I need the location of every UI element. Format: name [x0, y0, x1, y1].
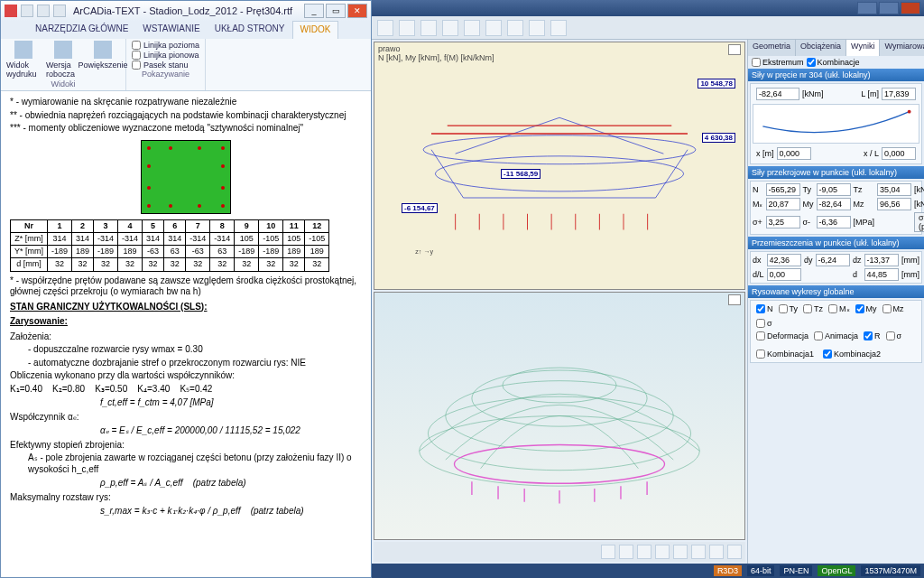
toolbar-icon[interactable]	[485, 20, 502, 36]
dz-label: dz	[853, 256, 862, 265]
viewport-2d[interactable]: prawo N [kN], My [kNm], f(M) [kN/kNm]	[374, 42, 745, 290]
cb-sg[interactable]: σ	[886, 331, 902, 340]
vp-control-icon[interactable]	[691, 545, 706, 559]
toolbar-icon[interactable]	[507, 20, 523, 36]
xm-input[interactable]	[777, 147, 811, 160]
text-editor-window: ArCADia-TEXT - Stadion_Lodz_2012 - Pręt3…	[0, 0, 372, 578]
app-icon	[5, 5, 17, 17]
viewports: prawo N [kN], My [kNm], f(M) [kN/kNm]	[372, 40, 747, 564]
d-input[interactable]	[864, 268, 899, 281]
quick-access-toolbar	[21, 5, 66, 17]
svg-text:z↑ →y: z↑ →y	[415, 248, 433, 256]
prop-tab[interactable]: Wymiarowanie	[880, 40, 924, 56]
Ty-input[interactable]	[817, 183, 851, 196]
help-icon[interactable]	[550, 20, 567, 36]
xL-input[interactable]	[882, 147, 916, 160]
draft-view-button[interactable]: Wersja robocza	[46, 41, 80, 79]
My-input[interactable]	[817, 198, 851, 210]
vp-control-icon[interactable]	[601, 545, 615, 559]
unit: [MPa]	[854, 218, 875, 227]
cracking-heading: Zarysowanie:	[10, 316, 362, 328]
toolbar-icon[interactable]	[399, 20, 415, 36]
close-button[interactable]	[901, 2, 920, 14]
ribbon-tab[interactable]: NARZĘDZIA GŁÓWNE	[28, 21, 135, 39]
close-button[interactable]: ✕	[347, 4, 367, 18]
status-mem: 1537M/3470M	[861, 565, 920, 576]
cb-komb2[interactable]: Kombinacja2	[823, 350, 881, 359]
moment-input[interactable]	[756, 88, 799, 100]
document-body[interactable]: * - wymiarowanie na skręcanie rozpatrywa…	[1, 91, 371, 577]
table-note: * - współrzędne prętów podawane są zawsz…	[10, 275, 362, 298]
mrs-label: Maksymalny rozstaw rys:	[10, 492, 362, 504]
cb-Ty[interactable]: Ty	[779, 304, 799, 313]
ribbon-tab[interactable]: WSTAWIANIE	[135, 21, 207, 39]
cb-Mx[interactable]: Mₓ	[828, 304, 850, 313]
wrench-icon[interactable]	[529, 20, 545, 36]
prop-tab[interactable]: Obciążenia	[796, 40, 846, 56]
hruler-checkbox[interactable]: Linijka pozioma	[132, 41, 199, 50]
ef-desc: Aₛ - pole zbrojenia zawarte w rozciągane…	[28, 452, 362, 475]
Tz-label: Tz	[854, 185, 875, 194]
qat-redo-icon[interactable]	[53, 5, 66, 17]
viewport-3d[interactable]	[374, 292, 745, 540]
toolbar-icon[interactable]	[377, 20, 393, 36]
print-view-button[interactable]: Widok wydruku	[6, 41, 41, 79]
statusbar-checkbox[interactable]: Pasek stanu	[132, 61, 199, 70]
formula: ρ_p,eff = Aₛ / A_c,eff (patrz tabela)	[100, 478, 362, 489]
ribbon-tab-active[interactable]: WIDOK	[292, 21, 339, 39]
vp-control-icon[interactable]	[619, 545, 633, 559]
coeff-label: Współczynnik αₑ:	[10, 412, 362, 424]
expand-icon[interactable]	[728, 44, 741, 55]
toolbar-icon[interactable]	[420, 20, 437, 36]
cb-N[interactable]: N	[756, 304, 773, 313]
vp-control-icon[interactable]	[655, 545, 670, 559]
dz-input[interactable]	[864, 254, 899, 266]
expand-icon[interactable]	[728, 294, 741, 305]
toolbar-icon[interactable]	[464, 20, 480, 36]
length-input[interactable]	[882, 88, 916, 100]
sg-button[interactable]: σ (p)	[914, 212, 924, 232]
prop-tab[interactable]: Geometria	[748, 40, 796, 56]
dx-input[interactable]	[767, 254, 801, 266]
cb-R[interactable]: R	[864, 331, 881, 340]
cb-komb1[interactable]: Kombinacja1	[756, 350, 814, 359]
filter-row: Ekstremum Kombinacje	[748, 56, 924, 69]
Tz-input[interactable]	[877, 183, 911, 196]
Mz-input[interactable]	[877, 198, 911, 210]
assumption: - automatyczne dozbrajanie stref o przek…	[28, 358, 362, 369]
prop-tab-active[interactable]: Wyniki	[846, 40, 880, 56]
svg-point-0	[423, 135, 696, 164]
cb-My[interactable]: My	[855, 304, 877, 313]
cb-Tz[interactable]: Tz	[803, 304, 823, 313]
zoom-button[interactable]: Powiększenie	[86, 41, 120, 79]
vruler-checkbox[interactable]: Linijka pionowa	[132, 51, 199, 60]
ribbon-tab[interactable]: UKŁAD STRONY	[208, 21, 292, 39]
toolbar-icon[interactable]	[442, 20, 458, 36]
cb-sigma[interactable]: σ	[756, 319, 772, 328]
window-buttons: _ ▭ ✕	[304, 4, 367, 18]
vp-control-icon[interactable]	[709, 545, 724, 559]
Mx-input[interactable]	[766, 198, 800, 210]
sm-label: σ-	[803, 218, 814, 227]
cb-def[interactable]: Deformacja	[756, 331, 808, 340]
restore-button[interactable]	[879, 2, 899, 14]
dy-input[interactable]	[816, 254, 850, 266]
qat-save-icon[interactable]	[21, 5, 33, 17]
extremum-checkbox[interactable]: Ekstremum	[752, 58, 804, 67]
sm-input[interactable]	[817, 216, 851, 228]
N-input[interactable]	[766, 183, 800, 196]
table-row: d [mm]323232323232323232323232	[11, 258, 329, 271]
qat-undo-icon[interactable]	[37, 5, 50, 17]
sp-input[interactable]	[766, 216, 800, 228]
minimize-button[interactable]: _	[304, 4, 324, 18]
cb-ani[interactable]: Animacja	[814, 331, 858, 340]
unit-label: [kNm]	[802, 89, 824, 98]
dL-input[interactable]	[767, 268, 801, 281]
maximize-button[interactable]: ▭	[326, 4, 346, 18]
kombinacje-checkbox[interactable]: Kombinacje	[807, 58, 860, 67]
vp-control-icon[interactable]	[673, 545, 688, 559]
vp-control-icon[interactable]	[727, 545, 742, 559]
cb-Mz[interactable]: Mz	[882, 304, 904, 313]
minimize-button[interactable]	[857, 2, 877, 14]
vp-control-icon[interactable]	[637, 545, 651, 559]
